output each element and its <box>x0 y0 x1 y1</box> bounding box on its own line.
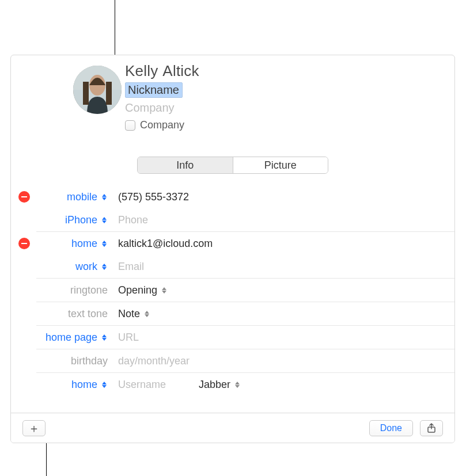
contact-header: Kelly Altick Company <box>11 55 454 152</box>
row-phone-iphone: iPhone <box>11 208 454 231</box>
row-phone-mobile: mobile <box>11 185 454 208</box>
row-email-work: work <box>11 255 454 278</box>
label-email-home-text: home <box>71 238 97 250</box>
chevrons-icon <box>101 192 108 202</box>
label-birthday: birthday <box>37 355 110 367</box>
remove-phone-mobile-button[interactable] <box>18 191 30 203</box>
label-text-tone-text: text tone <box>68 308 108 320</box>
chevrons-icon <box>234 379 241 390</box>
share-icon <box>427 423 436 433</box>
avatar-image <box>73 66 122 114</box>
chevrons-icon <box>161 285 168 295</box>
row-text-tone: text tone Note <box>11 302 454 325</box>
im-username-input[interactable] <box>118 379 193 391</box>
company-checkbox[interactable] <box>125 120 135 131</box>
label-email-home[interactable]: home <box>37 238 110 250</box>
im-service-value: Jabber <box>199 379 230 391</box>
ringtone-select[interactable]: Opening <box>118 284 168 296</box>
birthday-input[interactable] <box>118 355 454 367</box>
avatar[interactable] <box>73 66 122 114</box>
chevrons-icon <box>101 238 108 249</box>
label-ringtone: ringtone <box>37 284 110 296</box>
row-ringtone: ringtone Opening <box>11 279 454 302</box>
text-tone-value: Note <box>118 308 140 320</box>
chevrons-icon <box>143 309 150 319</box>
tab-picture[interactable]: Picture <box>233 157 328 173</box>
tab-info[interactable]: Info <box>138 157 233 173</box>
row-home-page: home page <box>11 326 454 349</box>
row-email-home: home <box>11 232 454 255</box>
label-phone-mobile-text: mobile <box>67 191 97 203</box>
plus-icon: ＋ <box>28 422 40 434</box>
company-checkbox-label: Company <box>140 119 184 131</box>
footer-bar: ＋ Done <box>11 413 454 443</box>
share-button[interactable] <box>420 420 443 436</box>
label-text-tone: text tone <box>37 308 110 320</box>
label-phone-iphone-text: iPhone <box>65 214 97 226</box>
label-im-home[interactable]: home <box>37 379 110 391</box>
phone-mobile-input[interactable] <box>118 191 454 203</box>
label-home-page-text: home page <box>46 332 97 344</box>
first-name[interactable]: Kelly <box>125 62 158 80</box>
contact-card-window: Kelly Altick Company Info Picture <box>10 55 455 443</box>
done-button[interactable]: Done <box>369 420 413 436</box>
label-phone-iphone[interactable]: iPhone <box>37 214 110 226</box>
ringtone-value: Opening <box>118 284 157 296</box>
row-im-home: home Jabber <box>11 373 454 396</box>
phone-iphone-input[interactable] <box>118 214 454 226</box>
label-email-work-text: work <box>75 261 97 273</box>
fields-panel: mobile iPhone <box>11 185 454 413</box>
add-button[interactable]: ＋ <box>22 420 46 436</box>
remove-email-home-button[interactable] <box>18 238 30 249</box>
chevrons-icon <box>101 379 108 390</box>
nickname-input[interactable] <box>125 82 183 98</box>
label-email-work[interactable]: work <box>37 261 110 273</box>
text-tone-select[interactable]: Note <box>118 308 150 320</box>
info-picture-tabs: Info Picture <box>137 157 328 174</box>
label-home-page[interactable]: home page <box>37 332 110 344</box>
im-service-select[interactable]: Jabber <box>199 379 241 391</box>
name-block: Kelly Altick Company <box>125 62 298 131</box>
label-birthday-text: birthday <box>71 355 108 367</box>
chevrons-icon <box>101 215 108 225</box>
label-im-home-text: home <box>71 379 97 391</box>
chevrons-icon <box>101 261 108 272</box>
chevrons-icon <box>101 332 108 342</box>
email-work-input[interactable] <box>118 261 454 273</box>
home-page-input[interactable] <box>118 332 454 344</box>
last-name[interactable]: Altick <box>162 62 199 80</box>
label-phone-mobile[interactable]: mobile <box>37 191 110 203</box>
company-input[interactable] <box>125 101 298 115</box>
email-home-input[interactable] <box>118 238 454 250</box>
label-ringtone-text: ringtone <box>70 284 108 296</box>
row-birthday: birthday <box>11 349 454 372</box>
